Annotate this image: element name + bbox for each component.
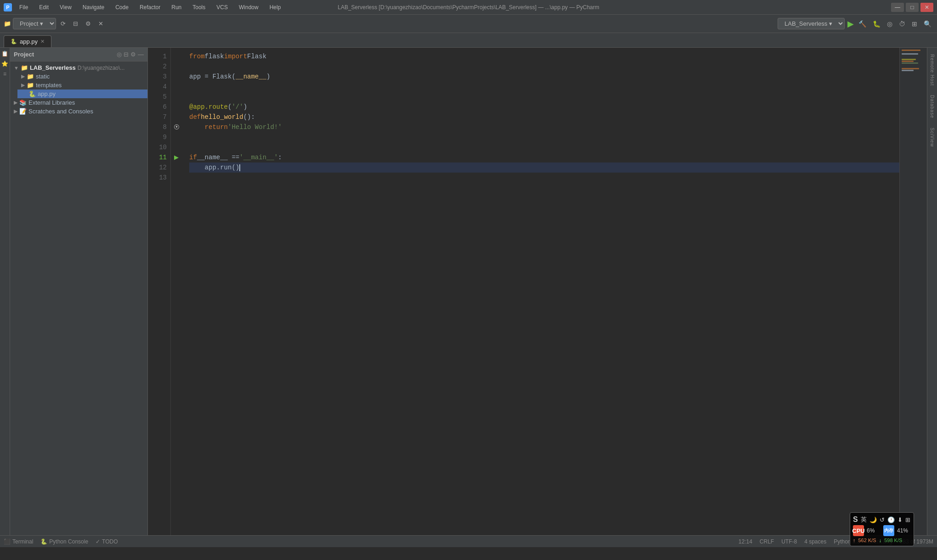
code-line-9 [189,132,899,142]
code-line-13 [189,173,899,183]
database-tab[interactable]: Database [929,90,936,123]
favorites-icon[interactable]: ⭐ [0,60,9,68]
line-number-13: 13 [152,173,167,183]
line-numbers: 1 2 3 4 5 6 7 8 9 10 11 12 13 [148,48,171,535]
tree-item-templates[interactable]: ▶ 📁 templates [17,81,147,90]
cpu-icon: CPU [853,525,864,536]
tree-item-app-py[interactable]: 🐍 app.py [17,90,147,98]
app-icon: P [4,3,12,11]
tree-item-scratches[interactable]: ▶ 📝 Scratches and Consoles [10,107,147,116]
cursor-position[interactable]: 12:14 [739,538,752,545]
run-configuration-selector[interactable]: LAB_Serverless ▾ [778,18,845,29]
indent-info[interactable]: 4 spaces [804,538,826,545]
project-icon[interactable]: 📋 [0,50,9,58]
debug-button[interactable]: 🐛 [871,18,882,29]
title-bar-menu-help[interactable]: Help [266,3,285,12]
net-up-arrow: ↑ [853,538,856,543]
search-everywhere[interactable]: 🔍 [922,18,933,29]
tree-item-external-libraries[interactable]: ▶ 📚 External Libraries [10,98,147,107]
project-tree: ▼ 📁 LAB_Serverless D:\yuangezhizao\... ▶… [10,62,147,535]
title-bar-left: P File Edit View Navigate Code Refactor … [4,3,284,12]
run-button[interactable]: ▶ [847,19,854,29]
func-hello-world: hello_world [201,112,243,122]
line-number-4: 4 [152,82,167,92]
line-number-12: 12 [152,162,167,173]
code-editor[interactable]: from flask import Flask app = Flask(__na… [182,48,899,535]
tab-app-py[interactable]: 🐍 app.py ✕ [4,35,51,47]
title-bar-title-text: LAB_Serverless [D:\yuangezhizao\Document… [338,4,599,11]
tree-item-static[interactable]: ▶ 📁 static [17,72,147,81]
title-bar-menu-vcs[interactable]: VCS [213,3,231,12]
project-root-path: D:\yuangezhizao\... [78,65,125,71]
title-bar: P File Edit View Navigate Code Refactor … [0,0,937,15]
code-line-3: app = Flask(__name__) [189,72,899,82]
run-with-coverage[interactable]: ⊞ [910,18,919,29]
tab-bar: 🐍 app.py ✕ [0,33,937,48]
close-button[interactable]: ✕ [920,3,933,12]
remote-host-tab[interactable]: Remote Host [929,50,936,90]
maximize-button[interactable]: □ [906,3,919,12]
title-bar-menu-navigate[interactable]: Navigate [79,3,108,12]
code-line-12: app.run() [189,162,899,173]
structure-icon[interactable]: ≡ [2,70,7,78]
minimize-button[interactable]: — [891,3,904,12]
app-run: app.run() [205,162,240,173]
main-layout: 📋 ⭐ ≡ Project ◎ ⊟ ⚙ — ▼ 📁 LAB_Serverless… [0,48,937,535]
kw-def: def [189,112,201,122]
locate-file-icon[interactable]: ◎ [117,51,122,58]
python-console-status[interactable]: 🐍 Python Console [40,538,88,545]
net-upload-speed: 562 K/S [858,538,876,543]
minimize-panel-icon[interactable]: — [138,51,144,58]
synchronize-button[interactable]: ⟳ [58,18,68,29]
title-bar-menu-edit[interactable]: Edit [35,3,52,12]
ext-lib-arrow-icon: ▶ [14,100,17,106]
line-number-3: 3 [152,72,167,82]
collapse-all-icon[interactable]: ⊟ [124,51,129,58]
title-bar-menu-window[interactable]: Window [235,3,262,12]
line-number-2: 2 [152,62,167,72]
python-console-icon: 🐍 [40,538,47,545]
mini-2 [902,51,906,53]
tree-root-item[interactable]: ▼ 📁 LAB_Serverless D:\yuangezhizao\... [10,63,147,72]
dunder-name-check: __name__ == [197,152,239,162]
project-selector[interactable]: Project ▾ [13,18,56,29]
title-bar-menu-view[interactable]: View [56,3,75,12]
sciview-tab[interactable]: SciView [929,123,936,151]
mem-icon: 内存 [883,525,894,536]
line-number-1: 1 [152,51,167,62]
cpu-label: 6% [867,527,881,534]
line-number-8: 8 [152,122,167,132]
apppy-file-icon: 🐍 [28,90,36,97]
title-bar-menu-tools[interactable]: Tools [189,3,209,12]
coverage-button[interactable]: ◎ [885,18,894,29]
mini-9 [902,64,906,66]
close-panel-button[interactable]: ✕ [96,18,106,29]
encoding[interactable]: UTF-8 [781,538,797,545]
profile-button[interactable]: ⏱ [897,18,907,29]
terminal-status[interactable]: ⬛ Terminal [4,538,33,545]
collapse-all-button[interactable]: ⊟ [70,18,81,29]
title-bar-menu-run[interactable]: Run [168,3,185,12]
templates-label: templates [36,82,62,89]
mem-label: 41% [897,527,911,534]
todo-label: TODO [102,538,118,545]
title-bar-menu-refactor[interactable]: Refactor [136,3,164,12]
settings-icon[interactable]: ⚙ [130,51,136,58]
build-button[interactable]: 🔨 [857,18,868,29]
gutter-6 [171,102,182,112]
gutter-7 [171,112,182,122]
line-ending[interactable]: CRLF [760,538,774,545]
editor-area: 1 2 3 4 5 6 7 8 9 10 11 12 13 ⦿ ▶ [148,48,927,535]
route-path: '/' [231,102,243,112]
tab-close-button[interactable]: ✕ [40,39,45,45]
settings-button[interactable]: ⚙ [83,18,94,29]
dunder-name: __name__ [236,72,266,82]
todo-status[interactable]: ✓ TODO [96,538,118,545]
mini-5 [902,57,906,58]
route-close: ) [243,102,247,112]
title-bar-menu-code[interactable]: Code [112,3,132,12]
gutter-9 [171,132,182,142]
ext-lib-icon: 📚 [19,99,27,106]
title-bar-menu-file[interactable]: File [16,3,32,12]
static-label: static [36,73,50,80]
